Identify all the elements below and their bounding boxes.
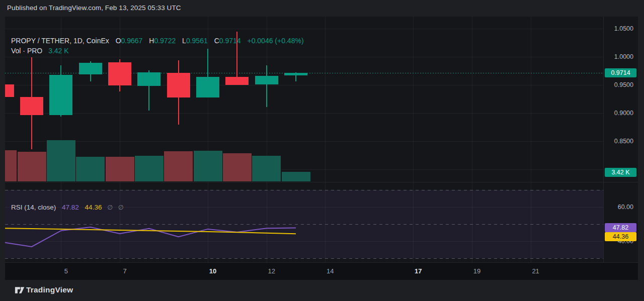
pane-separator[interactable] xyxy=(5,182,638,182)
rsi-title: RSI (14, close) xyxy=(11,204,56,211)
ohlc-open: O0.9667 xyxy=(116,37,143,45)
time-axis[interactable]: 57101214171921 xyxy=(5,262,638,280)
price-badge: 0.9714 xyxy=(605,68,636,77)
rsi-value-ma: 44.36 xyxy=(85,204,102,211)
price-tick-label: 0.8500 xyxy=(614,138,633,145)
published-text: Published on TradingView.com, Feb 13, 20… xyxy=(7,4,181,12)
price-change: +0.0046 (+0.48%) xyxy=(247,37,303,45)
time-tick-label: 14 xyxy=(327,267,334,275)
rsi-ma-badge: 44.36 xyxy=(605,232,636,241)
rsi-value-main: 47.82 xyxy=(62,204,79,211)
volume-value: 3.42 K xyxy=(48,47,68,55)
time-tick-label: 21 xyxy=(532,267,539,275)
ohlc-low: L0.9561 xyxy=(182,37,208,45)
footer-brand[interactable]: TradingView xyxy=(26,285,73,294)
volume-legend: Vol · PRO 3.42 K xyxy=(11,47,69,55)
rsi-line xyxy=(5,227,296,247)
symbol-legend: PROPY / TETHER, 1D, CoinEx O0.9667 H0.97… xyxy=(11,37,304,45)
footer-bar: TradingView xyxy=(0,280,644,301)
empty-set-icon[interactable]: ∅ xyxy=(118,204,124,211)
price-axis[interactable]: 0.9714 3.42 K 47.82 44.36 1.05001.00000.… xyxy=(603,17,638,262)
time-tick-label: 5 xyxy=(64,267,68,275)
time-tick-label: 17 xyxy=(415,267,422,275)
ohlc-close: C0.9714 xyxy=(214,37,241,45)
rsi-main-badge: 47.82 xyxy=(605,223,636,232)
chart-container: 0.9714 3.42 K 47.82 44.36 1.05001.00000.… xyxy=(5,17,638,280)
rsi-tick-label: 60.00 xyxy=(618,204,633,211)
time-tick-label: 19 xyxy=(473,267,480,275)
tradingview-published-chart: Published on TradingView.com, Feb 13, 20… xyxy=(0,0,644,301)
symbol-title: PROPY / TETHER, 1D, CoinEx xyxy=(11,37,109,45)
ohlc-high: H0.9722 xyxy=(149,37,176,45)
rsi-legend: RSI (14, close) 47.82 44.36 ∅ ∅ xyxy=(11,204,124,211)
price-tick-label: 1.0000 xyxy=(614,53,633,60)
price-tick-label: 0.9000 xyxy=(614,110,633,117)
tradingview-logo-icon[interactable] xyxy=(15,285,25,295)
time-tick-label: 12 xyxy=(268,267,275,275)
empty-set-icon[interactable]: ∅ xyxy=(107,204,113,211)
volume-label: Vol · PRO xyxy=(11,47,42,55)
price-tick-label: 0.9500 xyxy=(614,81,633,88)
time-tick-label: 10 xyxy=(209,267,216,275)
chart-plot-area[interactable] xyxy=(5,17,603,262)
published-bar: Published on TradingView.com, Feb 13, 20… xyxy=(0,0,644,17)
volume-badge: 3.42 K xyxy=(605,168,636,177)
price-tick-label: 1.0500 xyxy=(614,25,633,32)
time-tick-label: 7 xyxy=(123,267,126,275)
rsi-plot xyxy=(5,17,603,262)
